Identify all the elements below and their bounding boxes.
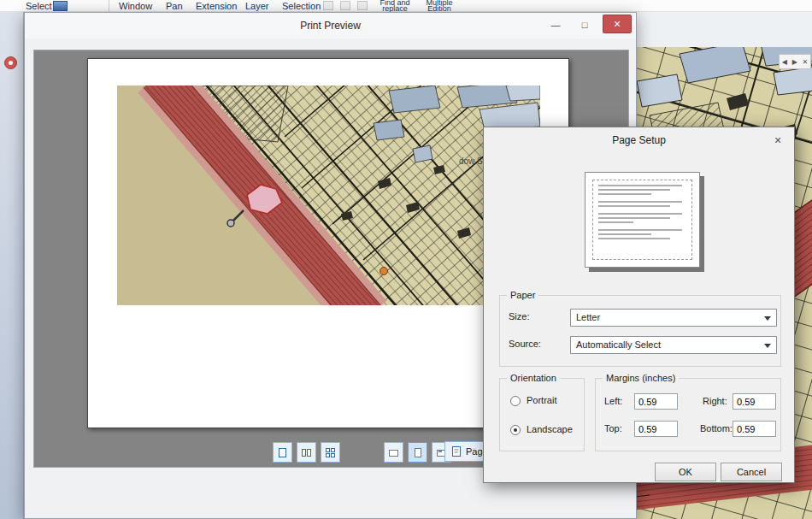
left-tool-strip: [0, 12, 24, 519]
page-setup-dialog: Page Setup ✕ Paper Size: Letter Source: …: [483, 127, 795, 483]
orientation-group-label: Orientation: [507, 372, 560, 384]
menu-item-pan[interactable]: Pan: [166, 0, 183, 12]
margin-top-label: Top:: [604, 423, 622, 433]
toolbar-icon[interactable]: [357, 1, 368, 10]
margin-bottom-label: Bottom:: [700, 423, 733, 433]
portrait-page-icon: [412, 447, 423, 458]
margins-group-label: Margins (inches): [603, 372, 679, 384]
tab-scroller: ◀ ▶ ✕: [779, 54, 811, 69]
orientation-group: Orientation Portrait Landscape: [499, 378, 585, 451]
size-label: Size:: [509, 311, 529, 321]
menu-item-select[interactable]: Select: [26, 0, 52, 12]
landscape-page-icon: [388, 447, 399, 458]
select-tool-icon[interactable]: [53, 1, 68, 11]
toolbar-icon[interactable]: [340, 1, 350, 10]
landscape-radio[interactable]: [510, 425, 521, 435]
two-pages-icon: [301, 447, 312, 458]
toolbar-icon[interactable]: [323, 1, 333, 10]
margins-group: Margins (inches) Left: Right: Top: Botto…: [595, 378, 781, 451]
menu-item-layer[interactable]: Layer: [245, 0, 269, 12]
multi-pages-icon: [325, 447, 336, 458]
preview-map: dow Se: [117, 86, 540, 305]
menu-separator: [109, 0, 109, 12]
menu-item-find-replace[interactable]: Find and replace: [374, 0, 415, 12]
zoom-two-pages-button[interactable]: [297, 442, 316, 463]
tab-scroll-left-icon[interactable]: ◀: [782, 58, 787, 66]
close-button[interactable]: ✕: [603, 15, 632, 33]
margin-right-label: Right:: [703, 396, 727, 406]
margin-left-label: Left:: [604, 396, 622, 406]
dialog-close-icon[interactable]: ✕: [769, 133, 786, 147]
source-label: Source:: [509, 339, 541, 349]
paper-size-select[interactable]: Letter: [570, 309, 777, 327]
margin-right-field[interactable]: [733, 393, 776, 410]
menu-item-window[interactable]: Window: [119, 0, 152, 12]
margin-bottom-field[interactable]: [733, 421, 776, 437]
print-preview-titlebar[interactable]: Print Preview — □ ✕: [25, 13, 636, 38]
margin-left-field[interactable]: [634, 393, 678, 410]
minimize-button[interactable]: —: [544, 20, 567, 33]
paper-source-select[interactable]: Automatically Select: [570, 336, 777, 354]
print-preview-toolbar: [273, 441, 456, 463]
zoom-multi-pages-button[interactable]: [321, 442, 340, 463]
menu-item-extension[interactable]: Extension: [196, 0, 237, 12]
zoom-one-page-button[interactable]: [273, 442, 292, 463]
page-setup-title: Page Setup: [484, 127, 794, 153]
maximize-button[interactable]: □: [574, 18, 596, 33]
tab-close-icon[interactable]: ✕: [802, 58, 808, 66]
stop-tool-icon[interactable]: [4, 56, 17, 69]
paper-size-value: Letter: [576, 312, 600, 322]
paper-group-label: Paper: [507, 289, 538, 301]
paper-group: Paper Size: Letter Source: Automatically…: [499, 295, 781, 367]
page-setup-icon: [451, 445, 462, 457]
portrait-radio[interactable]: [510, 396, 521, 406]
portrait-radio-label[interactable]: Portrait: [527, 395, 556, 405]
cancel-button[interactable]: Cancel: [721, 463, 782, 481]
one-page-icon: [277, 447, 288, 458]
orientation-portrait-button[interactable]: [408, 442, 427, 463]
margin-top-field[interactable]: [634, 421, 678, 437]
chevron-down-icon: [764, 344, 771, 348]
chevron-down-icon: [764, 316, 771, 321]
landscape-radio-label[interactable]: Landscape: [527, 424, 573, 434]
page-margin-outline: [592, 180, 692, 260]
orientation-landscape-button[interactable]: [384, 442, 403, 463]
menu-item-multiple-edition[interactable]: Multiple Edition: [421, 0, 458, 12]
ok-button[interactable]: OK: [655, 463, 716, 481]
page-setup-titlebar[interactable]: Page Setup ✕: [484, 127, 794, 153]
paper-source-value: Automatically Select: [576, 339, 661, 350]
page-preview-thumbnail: [585, 172, 700, 268]
menu-item-selection[interactable]: Selection: [282, 0, 321, 12]
menu-bar: Select Window Pan Extension Layer Select…: [0, 0, 812, 12]
tab-scroll-right-icon[interactable]: ▶: [792, 58, 797, 66]
